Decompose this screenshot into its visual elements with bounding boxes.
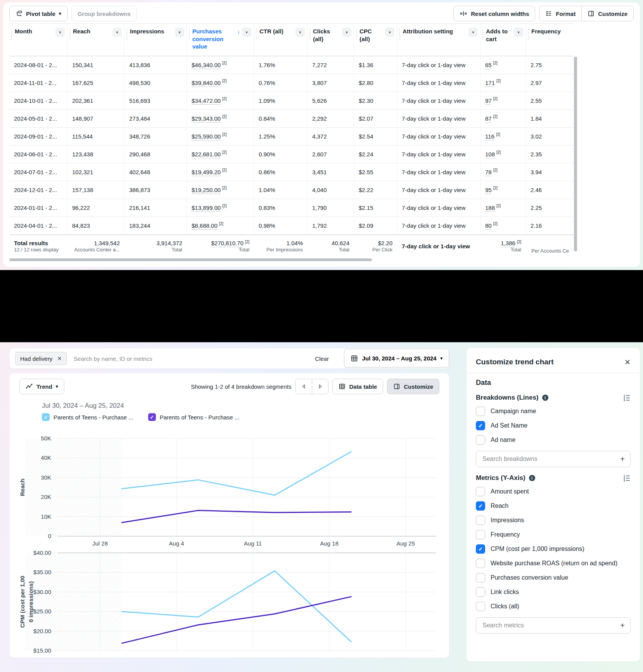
cell-ctr: 0.83%: [254, 199, 308, 217]
column-menu-button[interactable]: ▾: [112, 28, 122, 37]
breakdown-option[interactable]: Campaign name: [476, 407, 631, 416]
footnoted-value[interactable]: 116: [485, 133, 494, 140]
column-header-clicks[interactable]: Clicks (all)▾: [308, 24, 354, 56]
footnoted-value[interactable]: 188: [485, 204, 495, 211]
footnoted-value[interactable]: $34,472.00: [192, 97, 221, 104]
previous-page-button[interactable]: [296, 379, 312, 394]
checkbox[interactable]: [476, 559, 485, 568]
reset-column-widths-button[interactable]: Reset column widths: [453, 6, 535, 21]
footnoted-value[interactable]: 80: [485, 222, 492, 229]
close-icon[interactable]: ✕: [624, 358, 631, 367]
metric-option[interactable]: Clicks (all): [476, 602, 631, 611]
breakdown-option[interactable]: Ad name: [476, 435, 631, 445]
column-menu-button[interactable]: ▾: [296, 28, 305, 37]
checkbox-checked[interactable]: ✓: [476, 501, 485, 511]
drag-handle-icon: [188, 29, 190, 40]
footnoted-value[interactable]: 87: [485, 115, 492, 122]
column-menu-button[interactable]: ▾: [468, 28, 478, 37]
legend-checkbox[interactable]: ✓: [42, 413, 50, 421]
metric-option[interactable]: Purchases conversion value: [476, 573, 631, 582]
footnoted-value[interactable]: $29,343.00: [192, 115, 221, 122]
column-header-frequency[interactable]: Frequency: [526, 24, 574, 56]
search-metrics-field[interactable]: +: [476, 617, 631, 634]
checkbox[interactable]: [476, 487, 485, 496]
footnoted-value[interactable]: 95: [485, 187, 492, 193]
column-header-attribution[interactable]: Attribution setting▾: [397, 24, 481, 56]
metric-option[interactable]: ✓Reach: [476, 501, 631, 511]
metric-option[interactable]: Frequency: [476, 530, 631, 539]
trend-dropdown-button[interactable]: Trend ▾: [19, 379, 64, 394]
footnoted-value[interactable]: 78: [485, 169, 492, 175]
reorder-list-icon[interactable]: 1 2 3: [623, 394, 631, 402]
metric-option[interactable]: Amount spent: [476, 487, 631, 496]
search-breakdowns-input[interactable]: [482, 455, 620, 463]
cell-ctr: 0.86%: [254, 163, 308, 181]
metric-option[interactable]: Link clicks: [476, 587, 631, 597]
column-header-month[interactable]: Month▾: [9, 24, 67, 56]
group-breakdowns-button[interactable]: Group breakdowns: [71, 6, 137, 21]
footnoted-value[interactable]: $46,340.00: [192, 62, 221, 68]
drag-handle-icon: [255, 29, 258, 40]
footnoted-value[interactable]: $22,681.00: [192, 151, 221, 158]
checkbox[interactable]: [476, 530, 485, 539]
footnoted-value[interactable]: $25,590.00: [192, 133, 221, 140]
footnoted-value[interactable]: 65: [485, 62, 492, 68]
table-horizontal-scrollbar[interactable]: [9, 258, 372, 261]
column-header-purchases[interactable]: Purchases conversion value↓▾: [187, 24, 254, 56]
metric-option[interactable]: ✓CPM (cost per 1,000 impressions): [476, 544, 631, 554]
footnoted-value[interactable]: 97: [485, 97, 492, 104]
column-menu-button[interactable]: ▾: [342, 28, 351, 37]
footnoted-value[interactable]: $13,899.00: [192, 204, 221, 211]
footnoted-value[interactable]: 171: [485, 80, 495, 86]
checkbox-checked[interactable]: ✓: [476, 421, 485, 430]
cell-frequency: 2.25: [526, 199, 574, 217]
chip-close-icon[interactable]: ✕: [57, 355, 62, 362]
column-menu-button[interactable]: ▾: [514, 28, 523, 37]
clear-button[interactable]: Clear: [315, 355, 329, 362]
plus-icon[interactable]: +: [620, 455, 625, 464]
next-page-button[interactable]: [312, 379, 328, 394]
cell-attribution: 7-day click or 1-day view: [397, 181, 481, 199]
footnoted-value[interactable]: $270,810.70: [211, 240, 243, 246]
search-breakdowns-field[interactable]: +: [476, 451, 631, 467]
footnoted-value[interactable]: $19,499.20: [192, 169, 221, 175]
search-input[interactable]: [73, 355, 315, 362]
plus-icon[interactable]: +: [620, 621, 625, 630]
checkbox[interactable]: [476, 435, 485, 445]
table-vertical-scrollbar[interactable]: [574, 57, 577, 251]
footnoted-value[interactable]: $39,840.00: [192, 80, 221, 86]
checkbox[interactable]: [476, 587, 485, 597]
checkbox[interactable]: [476, 573, 485, 582]
data-table-button[interactable]: Data table: [332, 379, 383, 394]
customize-button[interactable]: Customize: [581, 6, 633, 21]
column-header-impressions[interactable]: Impressions▾: [124, 24, 187, 56]
legend-checkbox[interactable]: ✓: [148, 413, 156, 421]
chart-customize-button[interactable]: Customize: [387, 379, 439, 394]
column-menu-button[interactable]: ▾: [385, 28, 394, 37]
column-header-cpc[interactable]: CPC (all)▾: [354, 24, 397, 56]
column-menu-button[interactable]: ▾: [175, 28, 184, 37]
metric-option[interactable]: Impressions: [476, 516, 631, 525]
had-delivery-filter-chip[interactable]: Had delivery ✕: [15, 352, 67, 365]
breakdown-option[interactable]: ✓Ad Set Name: [476, 421, 631, 430]
reorder-list-icon[interactable]: 1 2 3: [623, 474, 631, 482]
search-metrics-input[interactable]: [482, 622, 620, 629]
date-range-picker[interactable]: Jul 30, 2024 – Aug 25, 2024 ▾: [344, 349, 449, 367]
column-header-reach[interactable]: Reach▾: [67, 24, 124, 56]
pivot-table-dropdown-button[interactable]: Pivot table ▾: [9, 6, 67, 21]
format-button[interactable]: Format: [539, 6, 581, 21]
checkbox[interactable]: [476, 602, 485, 611]
checkbox[interactable]: [476, 407, 485, 416]
checkbox[interactable]: [476, 516, 485, 525]
column-header-ctr[interactable]: CTR (all)▾: [254, 24, 308, 56]
column-menu-button[interactable]: ▾: [242, 28, 251, 37]
column-menu-button[interactable]: ▾: [55, 28, 65, 37]
checkbox-checked[interactable]: ✓: [476, 544, 485, 554]
footnoted-value[interactable]: 1,386: [501, 240, 515, 246]
cell-month: 2024-09-01 - 2...: [9, 128, 67, 145]
footnoted-value[interactable]: $8,688.00: [192, 222, 218, 229]
footnoted-value[interactable]: 108: [485, 151, 495, 158]
metric-option[interactable]: Website purchase ROAS (return on ad spen…: [476, 559, 631, 568]
column-header-adds_to_cart[interactable]: Adds to cart▾: [481, 24, 526, 56]
footnoted-value[interactable]: $19,250.00: [192, 187, 221, 193]
